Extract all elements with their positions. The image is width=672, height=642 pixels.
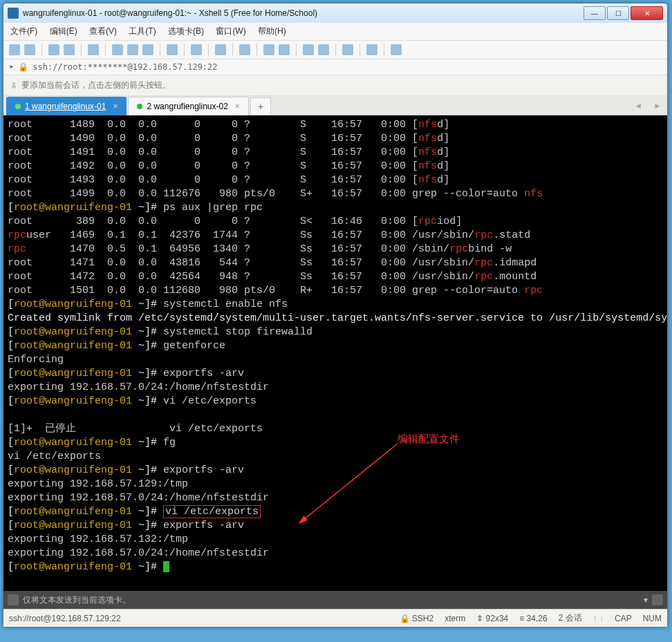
tabstrip: 1 wangruifenglinux-01 × 2 wangrufienglin… bbox=[3, 96, 667, 115]
lock-icon[interactable] bbox=[318, 44, 329, 55]
copy-icon[interactable] bbox=[112, 44, 123, 55]
menu-file[interactable]: 文件(F) bbox=[10, 26, 37, 36]
status-term: xterm bbox=[445, 614, 465, 623]
find-icon[interactable] bbox=[142, 44, 153, 55]
toolbar bbox=[3, 41, 667, 59]
tab-next-icon[interactable]: ► bbox=[648, 101, 667, 111]
command-bar-label: 仅将文本发送到当前选项卡。 bbox=[23, 594, 131, 606]
transfer-icon[interactable] bbox=[191, 44, 202, 55]
new-tab-button[interactable]: + bbox=[250, 97, 271, 115]
scheme-icon[interactable] bbox=[279, 44, 290, 55]
address-text[interactable]: ssh://root:********@192.168.57.129:22 bbox=[32, 62, 217, 72]
menu-tools[interactable]: 工具(T) bbox=[129, 26, 156, 36]
close-tab-icon[interactable]: × bbox=[235, 102, 240, 111]
status-cap: CAP bbox=[615, 614, 632, 623]
close-tab-icon[interactable]: × bbox=[113, 102, 118, 111]
keymap-icon[interactable] bbox=[342, 44, 353, 55]
hint-bar: ⇩ 要添加当前会话，点击左侧的箭头按钮。 bbox=[3, 75, 667, 96]
print-icon[interactable] bbox=[167, 44, 178, 55]
address-bar: ➤ 🔒 ssh://root:********@192.168.57.129:2… bbox=[3, 59, 667, 75]
terminal[interactable]: root 1489 0.0 0.0 0 0 ? S 16:57 0:00 [nf… bbox=[3, 115, 667, 591]
new-session-icon[interactable] bbox=[9, 44, 20, 55]
app-icon bbox=[8, 8, 19, 19]
menu-edit[interactable]: 编辑(E) bbox=[50, 26, 77, 36]
status-updown-icon: ↑ ↓ bbox=[593, 614, 604, 623]
status-connection: ssh://root@192.168.57.129:22 bbox=[9, 614, 121, 623]
menu-help[interactable]: 帮助(H) bbox=[258, 26, 286, 36]
globe-icon[interactable] bbox=[215, 44, 226, 55]
statusbar: ssh://root@192.168.57.129:22 🔒 SSH2 xter… bbox=[3, 609, 667, 627]
close-button[interactable]: ✕ bbox=[631, 6, 663, 20]
tab-session-1[interactable]: 1 wangruifenglinux-01 × bbox=[6, 97, 127, 115]
window-title: wangruifenglinux-01 - root@wangruifeng-0… bbox=[23, 8, 584, 18]
disconnect-icon[interactable] bbox=[64, 44, 75, 55]
send-icon[interactable] bbox=[8, 594, 19, 605]
hint-icon[interactable]: ⇩ bbox=[10, 81, 17, 91]
menu-window[interactable]: 窗口(W) bbox=[216, 26, 245, 36]
svg-line-0 bbox=[299, 444, 398, 523]
minimize-button[interactable]: — bbox=[584, 6, 606, 20]
help-icon[interactable] bbox=[391, 44, 402, 55]
hint-text: 要添加当前会话，点击左侧的箭头按钮。 bbox=[21, 79, 171, 91]
menu-tabs[interactable]: 选项卡(B) bbox=[168, 26, 204, 36]
reconnect-icon[interactable] bbox=[48, 44, 59, 55]
status-dot-icon bbox=[137, 104, 142, 109]
paste-icon[interactable] bbox=[127, 44, 138, 55]
menu-view[interactable]: 查看(V) bbox=[89, 26, 117, 36]
command-bar: 仅将文本发送到当前选项卡。 ▾ bbox=[3, 591, 667, 609]
status-dot-icon bbox=[15, 104, 21, 109]
fullscreen-icon[interactable] bbox=[303, 44, 314, 55]
tile-icon[interactable] bbox=[366, 44, 377, 55]
font-icon[interactable] bbox=[239, 44, 250, 55]
lock-icon: 🔒 bbox=[18, 62, 28, 72]
status-sessions: 2 会话 bbox=[559, 612, 582, 624]
status-cursor: ≡ 34,26 bbox=[519, 614, 547, 623]
commandbar-menu-icon[interactable] bbox=[652, 594, 663, 605]
app-window: wangruifenglinux-01 - root@wangruifeng-0… bbox=[3, 3, 668, 627]
titlebar[interactable]: wangruifenglinux-01 - root@wangruifeng-0… bbox=[3, 3, 667, 23]
tab-label: 2 wangrufienglinux-02 bbox=[147, 102, 227, 111]
annotation-label: 编辑配置文件 bbox=[398, 432, 460, 446]
command-input[interactable] bbox=[135, 594, 640, 606]
tab-session-2[interactable]: 2 wangrufienglinux-02 × bbox=[128, 97, 248, 115]
commandbar-dropdown-icon[interactable]: ▾ bbox=[644, 595, 648, 605]
status-size: ⇕ 92x34 bbox=[476, 614, 508, 623]
menubar: 文件(F) 编辑(E) 查看(V) 工具(T) 选项卡(B) 窗口(W) 帮助(… bbox=[3, 23, 667, 41]
maximize-button[interactable]: ☐ bbox=[607, 6, 629, 20]
properties-icon[interactable] bbox=[88, 44, 99, 55]
open-icon[interactable] bbox=[24, 44, 35, 55]
tab-label: 1 wangruifenglinux-01 bbox=[25, 102, 106, 111]
status-protocol: 🔒 SSH2 bbox=[400, 614, 434, 623]
tab-prev-icon[interactable]: ◄ bbox=[628, 101, 648, 111]
status-num: NUM bbox=[643, 614, 662, 623]
add-session-icon[interactable]: ➤ bbox=[9, 62, 14, 72]
color-icon[interactable] bbox=[263, 44, 274, 55]
